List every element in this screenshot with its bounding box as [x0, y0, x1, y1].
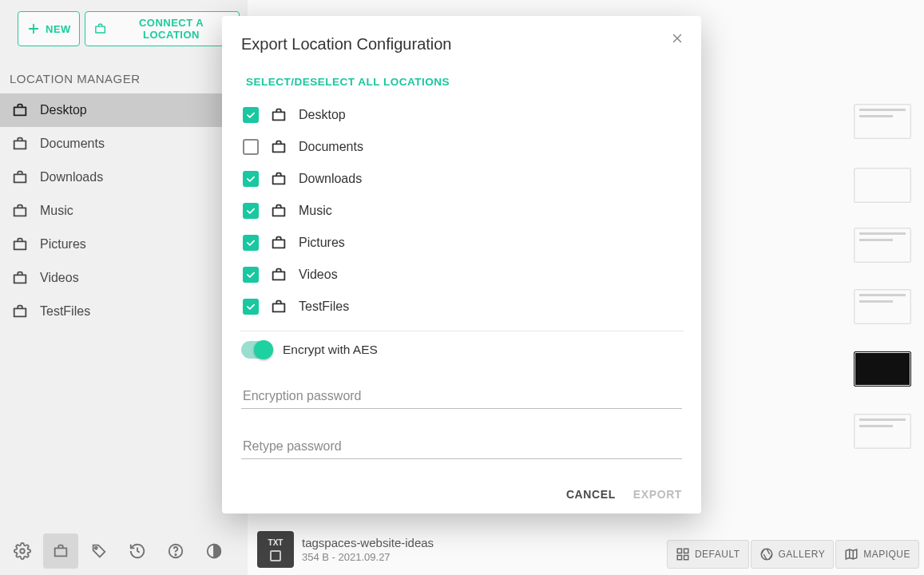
location-checkbox[interactable] [243, 139, 259, 155]
dialog-location-row[interactable]: Music [241, 195, 682, 227]
dialog-title: Export Location Configuration [241, 35, 682, 54]
password-confirm-input[interactable] [241, 431, 682, 459]
select-all-toggle[interactable]: SELECT/DESELECT ALL LOCATIONS [246, 76, 450, 88]
briefcase-icon [270, 170, 288, 188]
briefcase-icon [270, 298, 288, 315]
dialog-location-row[interactable]: TestFiles [241, 291, 682, 323]
location-checkbox[interactable] [243, 203, 259, 219]
dialog-location-label: Documents [299, 140, 363, 154]
briefcase-icon [270, 138, 288, 156]
location-checkbox[interactable] [243, 267, 259, 283]
location-checkbox[interactable] [243, 171, 259, 187]
location-checkbox[interactable] [243, 107, 259, 123]
briefcase-icon [270, 106, 288, 124]
location-checkbox[interactable] [243, 299, 259, 315]
dialog-location-row[interactable]: Videos [241, 259, 682, 291]
dialog-location-row[interactable]: Pictures [241, 227, 682, 259]
dialog-close-button[interactable] [666, 29, 688, 51]
dialog-location-label: Music [299, 204, 332, 218]
divider [240, 331, 684, 331]
dialog-location-label: Videos [299, 268, 338, 282]
export-button[interactable]: EXPORT [633, 488, 682, 501]
encrypt-label: Encrypt with AES [283, 343, 378, 357]
dialog-location-row[interactable]: Downloads [241, 163, 682, 195]
password-input[interactable] [241, 381, 682, 409]
dialog-location-label: TestFiles [299, 299, 349, 314]
dialog-location-label: Pictures [299, 236, 345, 250]
close-icon [670, 31, 684, 46]
briefcase-icon [270, 202, 288, 220]
dialog-location-label: Desktop [299, 108, 346, 122]
encrypt-toggle-row: Encrypt with AES [241, 341, 682, 359]
dialog-location-row[interactable]: Desktop [241, 99, 682, 131]
dialog-location-list: DesktopDocumentsDownloadsMusicPicturesVi… [241, 99, 682, 323]
dialog-location-label: Downloads [299, 172, 362, 186]
export-location-dialog: Export Location Configuration SELECT/DES… [222, 16, 701, 514]
briefcase-icon [270, 266, 288, 284]
briefcase-icon [270, 234, 288, 252]
location-checkbox[interactable] [243, 235, 259, 251]
encrypt-toggle[interactable] [241, 341, 273, 359]
dialog-actions: CANCEL EXPORT [241, 482, 682, 501]
cancel-button[interactable]: CANCEL [566, 488, 616, 501]
dialog-location-row[interactable]: Documents [241, 131, 682, 163]
